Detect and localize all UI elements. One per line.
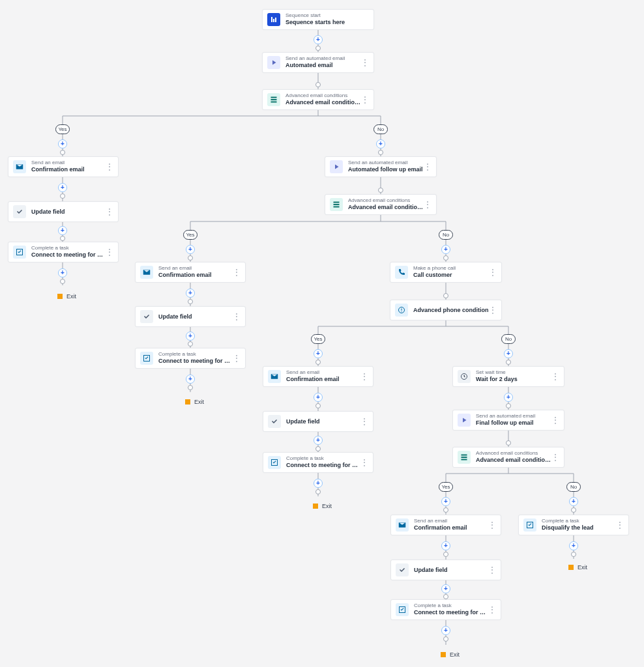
wait-time-node[interactable]: Set wait time Wait for 2 days ⋮ xyxy=(452,366,564,387)
phone-call-node[interactable]: Make a phone call Call customer ⋮ xyxy=(390,262,502,283)
add-step-button[interactable]: + xyxy=(441,584,450,593)
adv-phone-cond-node[interactable]: Advanced phone condition ⋮ xyxy=(390,300,502,320)
send-email-node[interactable]: Send an email Confirmation email ⋮ xyxy=(135,262,246,283)
complete-task-node[interactable]: Complete a task Connect to meeting for p… xyxy=(263,452,373,473)
add-step-button[interactable]: + xyxy=(441,245,450,254)
update-field-icon xyxy=(268,415,281,428)
add-step-button[interactable]: + xyxy=(314,479,323,488)
add-step-button[interactable]: + xyxy=(58,226,67,235)
exit-icon xyxy=(441,652,446,657)
connector-port xyxy=(315,82,321,87)
final-followup-email-node[interactable]: Send an automated email Final follow up … xyxy=(452,410,564,431)
more-menu-icon[interactable]: ⋮ xyxy=(361,96,369,104)
more-menu-icon[interactable]: ⋮ xyxy=(488,566,496,574)
add-step-button[interactable]: + xyxy=(58,268,67,277)
branch-no-pill: No xyxy=(566,482,581,492)
complete-task-node[interactable]: Complete a task Connect to meeting for p… xyxy=(8,242,119,263)
more-menu-icon[interactable]: ⋮ xyxy=(488,606,496,614)
email-icon xyxy=(268,370,281,383)
add-step-button[interactable]: + xyxy=(314,349,323,358)
complete-task-node[interactable]: Complete a task Connect to meeting for p… xyxy=(390,599,501,620)
more-menu-icon[interactable]: ⋮ xyxy=(361,59,369,66)
connector-port xyxy=(60,236,65,241)
connector-port xyxy=(188,299,193,304)
connector-port xyxy=(378,150,383,155)
more-menu-icon[interactable]: ⋮ xyxy=(488,521,496,529)
email-icon xyxy=(13,160,26,173)
branch-no-pill: No xyxy=(373,124,388,134)
connector-port xyxy=(60,193,65,199)
add-step-button[interactable]: + xyxy=(186,289,195,298)
connector-port xyxy=(443,636,448,642)
exit-marker: Exit xyxy=(313,503,332,509)
more-menu-icon[interactable]: ⋮ xyxy=(551,453,559,461)
update-field-icon xyxy=(396,563,409,576)
auto-email-node[interactable]: Send an automated email Automated email … xyxy=(262,52,374,73)
disqualify-task-node[interactable]: Complete a task Disqualify the lead ⋮ xyxy=(518,515,629,535)
task-icon xyxy=(13,246,26,259)
add-step-button[interactable]: + xyxy=(441,497,450,506)
add-step-button[interactable]: + xyxy=(58,183,67,192)
more-menu-icon[interactable]: ⋮ xyxy=(424,201,432,208)
send-email-node[interactable]: Send an email Confirmation email ⋮ xyxy=(390,515,501,535)
connector-port xyxy=(315,446,321,451)
more-menu-icon[interactable]: ⋮ xyxy=(233,313,241,320)
auto-followup-email-node[interactable]: Send an automated email Automated follow… xyxy=(325,156,437,177)
more-menu-icon[interactable]: ⋮ xyxy=(424,163,432,171)
more-menu-icon[interactable]: ⋮ xyxy=(233,354,241,362)
add-step-button[interactable]: + xyxy=(504,349,513,358)
add-step-button[interactable]: + xyxy=(314,35,323,44)
clock-icon xyxy=(458,370,471,383)
update-field-node[interactable]: Update field ⋮ xyxy=(8,201,119,222)
task-icon xyxy=(268,456,281,469)
connector-port xyxy=(60,150,65,155)
more-menu-icon[interactable]: ⋮ xyxy=(551,373,559,380)
add-step-button[interactable]: + xyxy=(314,436,323,445)
exit-marker: Exit xyxy=(441,651,460,658)
add-step-button[interactable]: + xyxy=(376,139,385,149)
add-step-button[interactable]: + xyxy=(504,393,513,402)
exit-marker: Exit xyxy=(568,564,587,571)
add-step-button[interactable]: + xyxy=(186,375,195,384)
branch-no-pill: No xyxy=(501,334,516,344)
adv-email-cond-node-3[interactable]: Advanced email conditions Advanced email… xyxy=(452,447,564,468)
complete-task-node[interactable]: Complete a task Connect to meeting for p… xyxy=(135,348,246,369)
connector-port xyxy=(443,594,448,599)
add-step-button[interactable]: + xyxy=(314,393,323,402)
add-step-button[interactable]: + xyxy=(441,626,450,635)
add-step-button[interactable]: + xyxy=(58,139,67,149)
more-menu-icon[interactable]: ⋮ xyxy=(106,163,113,171)
send-email-node[interactable]: Send an email Confirmation email ⋮ xyxy=(8,156,119,177)
connector-port xyxy=(443,552,448,557)
connector-port xyxy=(443,255,448,261)
add-step-button[interactable]: + xyxy=(186,245,195,254)
update-field-node[interactable]: Update field ⋮ xyxy=(390,560,501,580)
connector-port xyxy=(188,341,193,347)
more-menu-icon[interactable]: ⋮ xyxy=(233,268,241,276)
adv-email-cond-node-1[interactable]: Advanced email conditions Advanced email… xyxy=(262,89,374,110)
adv-email-cond-node-2[interactable]: Advanced email conditions Advanced email… xyxy=(325,194,437,215)
add-step-button[interactable]: + xyxy=(569,541,578,550)
add-step-button[interactable]: + xyxy=(569,497,578,506)
add-step-button[interactable]: + xyxy=(441,541,450,550)
more-menu-icon[interactable]: ⋮ xyxy=(360,459,368,466)
connector-port xyxy=(315,46,321,51)
connector-port xyxy=(506,360,511,365)
update-field-node[interactable]: Update field ⋮ xyxy=(135,306,246,327)
connector-port xyxy=(506,403,511,408)
more-menu-icon[interactable]: ⋮ xyxy=(551,416,559,424)
more-menu-icon[interactable]: ⋮ xyxy=(360,373,368,380)
more-menu-icon[interactable]: ⋮ xyxy=(616,521,624,529)
automated-email-icon xyxy=(458,414,471,427)
more-menu-icon[interactable]: ⋮ xyxy=(360,418,368,425)
more-menu-icon[interactable]: ⋮ xyxy=(489,306,497,314)
seq-start-node[interactable]: Sequence start Sequence starts here xyxy=(262,9,374,30)
phone-icon xyxy=(395,266,408,279)
send-email-node[interactable]: Send an email Confirmation email ⋮ xyxy=(263,366,373,387)
update-field-node[interactable]: Update field ⋮ xyxy=(263,411,373,432)
more-menu-icon[interactable]: ⋮ xyxy=(106,248,113,256)
more-menu-icon[interactable]: ⋮ xyxy=(106,208,113,216)
connector-port xyxy=(315,403,321,408)
add-step-button[interactable]: + xyxy=(186,332,195,341)
more-menu-icon[interactable]: ⋮ xyxy=(489,268,497,276)
